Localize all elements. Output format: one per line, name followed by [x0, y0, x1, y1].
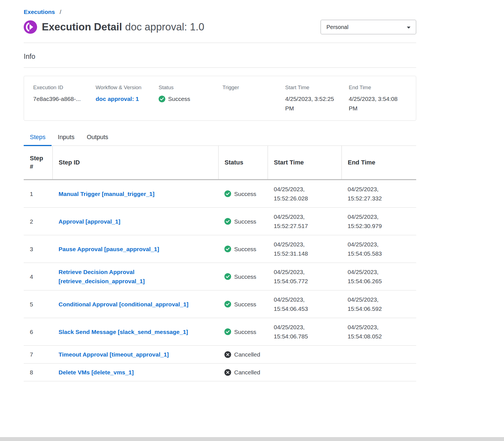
- info-field-execution-id: Execution ID 7e8ac396-a868-...: [33, 84, 96, 113]
- step-id-link[interactable]: Delete VMs [delete_vms_1]: [59, 369, 134, 375]
- step-id-link[interactable]: Approval [approval_1]: [59, 218, 120, 225]
- step-start-time: 04/25/2023, 15:54:06.785: [268, 318, 341, 346]
- step-number: 1: [24, 180, 52, 208]
- step-number: 7: [24, 346, 52, 364]
- step-end-time: 04/25/2023, 15:54:06.592: [341, 290, 416, 318]
- status-badge: Cancelled: [224, 350, 263, 359]
- col-header-step-id: Step ID: [52, 146, 218, 180]
- step-number: 3: [24, 235, 52, 263]
- status-badge: Success: [224, 189, 263, 198]
- cancelled-x-icon: [224, 351, 231, 358]
- step-end-time: [341, 364, 416, 381]
- table-row: 2 Approval [approval_1] Success 04/25/20…: [24, 208, 416, 235]
- step-id-link[interactable]: Pause Approval [pause_approval_1]: [59, 246, 159, 252]
- success-check-icon: [224, 328, 231, 335]
- table-row: 8 Delete VMs [delete_vms_1] Cancelled: [24, 364, 416, 381]
- step-id-link[interactable]: Retrieve Decision Approval [retrieve_dec…: [59, 269, 145, 284]
- col-header-status: Status: [218, 146, 268, 180]
- cancelled-x-icon: [224, 369, 231, 376]
- success-check-icon: [224, 190, 231, 197]
- table-header-row: Step # Step ID Status Start Time End Tim…: [24, 146, 416, 180]
- info-label: Workflow & Version: [96, 84, 159, 91]
- info-field-status: Status Success: [159, 84, 222, 113]
- steps-table: Step # Step ID Status Start Time End Tim…: [24, 146, 416, 381]
- tab-steps[interactable]: Steps: [24, 131, 52, 146]
- success-check-icon: [224, 273, 231, 280]
- step-end-time: 04/25/2023, 15:52:30.979: [341, 208, 416, 235]
- divider: [24, 67, 416, 68]
- step-end-time: 04/25/2023, 15:52:27.332: [341, 180, 416, 208]
- col-header-end-time: End Time: [341, 146, 416, 180]
- status-badge: Success: [224, 244, 263, 254]
- status-text: Success: [234, 244, 256, 254]
- step-start-time: 04/25/2023, 15:52:26.028: [268, 180, 341, 208]
- workflow-logo-icon: [24, 20, 37, 34]
- scope-dropdown[interactable]: Personal: [321, 20, 416, 34]
- tab-outputs[interactable]: Outputs: [81, 131, 114, 146]
- status-text: Cancelled: [234, 368, 260, 377]
- tab-inputs[interactable]: Inputs: [52, 131, 81, 146]
- info-field-trigger: Trigger: [222, 84, 285, 113]
- table-row: 7 Timeout Approval [timeout_approval_1] …: [24, 346, 416, 364]
- step-id-link[interactable]: Manual Trigger [manual_trigger_1]: [59, 191, 154, 197]
- info-label: End Time: [349, 84, 416, 91]
- status-badge: Success: [224, 300, 263, 309]
- info-field-start-time: Start Time 4/25/2023, 3:52:25 PM: [285, 84, 349, 113]
- page-title: Execution Detaildoc approval: 1.0: [42, 21, 204, 33]
- info-label: Status: [159, 84, 222, 91]
- bottom-bar: [0, 437, 504, 441]
- status-badge: Cancelled: [224, 368, 263, 377]
- step-number: 5: [24, 290, 52, 318]
- step-number: 6: [24, 318, 52, 346]
- step-end-time: 04/25/2023, 15:54:08.052: [341, 318, 416, 346]
- status-text: Success: [234, 272, 256, 281]
- success-check-icon: [224, 246, 231, 252]
- status-text: Success: [234, 327, 256, 336]
- step-start-time: 04/25/2023, 15:52:27.517: [268, 208, 341, 235]
- step-number: 8: [24, 364, 52, 381]
- table-row: 3 Pause Approval [pause_approval_1] Succ…: [24, 235, 416, 263]
- title-row: Execution Detaildoc approval: 1.0 Person…: [24, 20, 416, 34]
- divider: [24, 43, 416, 43]
- step-id-link[interactable]: Timeout Approval [timeout_approval_1]: [59, 351, 169, 358]
- chevron-down-icon: [406, 24, 411, 30]
- step-start-time: 04/25/2023, 15:52:31.148: [268, 235, 341, 263]
- check-circle-icon: [159, 96, 165, 102]
- status-badge: Success: [224, 272, 263, 281]
- execution-id-value: 7e8ac396-a868-...: [33, 94, 96, 104]
- status-text: Success: [234, 300, 256, 309]
- breadcrumb-executions-link[interactable]: Executions: [24, 9, 55, 15]
- info-card: Execution ID 7e8ac396-a868-... Workflow …: [24, 76, 416, 121]
- info-label: Start Time: [285, 84, 349, 91]
- table-row: 4 Retrieve Decision Approval [retrieve_d…: [24, 263, 416, 290]
- workflow-version-link[interactable]: doc approval: 1: [96, 96, 139, 102]
- info-label: Execution ID: [33, 84, 96, 91]
- step-number: 2: [24, 208, 52, 235]
- status-badge: Success: [224, 327, 263, 336]
- info-field-end-time: End Time 4/25/2023, 3:54:08 PM: [349, 84, 416, 113]
- info-field-workflow-version: Workflow & Version doc approval: 1: [96, 84, 159, 113]
- status-text: Cancelled: [234, 350, 260, 359]
- scope-dropdown-value: Personal: [326, 24, 348, 30]
- col-header-step-number: Step #: [24, 146, 52, 180]
- status-badge: Success: [224, 217, 263, 226]
- end-time-value: 4/25/2023, 3:54:08 PM: [349, 94, 416, 113]
- step-number: 4: [24, 263, 52, 290]
- info-section-title: Info: [24, 52, 416, 60]
- step-end-time: 04/25/2023, 15:54:05.583: [341, 235, 416, 263]
- step-end-time: 04/25/2023, 15:54:06.265: [341, 263, 416, 290]
- info-label: Trigger: [222, 84, 285, 91]
- table-row: 6 Slack Send Message [slack_send_message…: [24, 318, 416, 346]
- status-value: Success: [168, 94, 190, 104]
- step-start-time: 04/25/2023, 15:54:06.453: [268, 290, 341, 318]
- breadcrumb-separator: /: [60, 9, 61, 15]
- page-title-subtitle: doc approval: 1.0: [125, 21, 204, 33]
- success-check-icon: [224, 218, 231, 225]
- step-end-time: [341, 346, 416, 364]
- tabs: Steps Inputs Outputs: [24, 131, 416, 146]
- step-start-time: [268, 346, 341, 364]
- step-id-link[interactable]: Conditional Approval [conditional_approv…: [59, 301, 188, 307]
- step-id-link[interactable]: Slack Send Message [slack_send_message_1…: [59, 329, 188, 335]
- execution-detail-page: Executions / Execution Detaildoc approva…: [24, 0, 416, 381]
- status-text: Success: [234, 217, 256, 226]
